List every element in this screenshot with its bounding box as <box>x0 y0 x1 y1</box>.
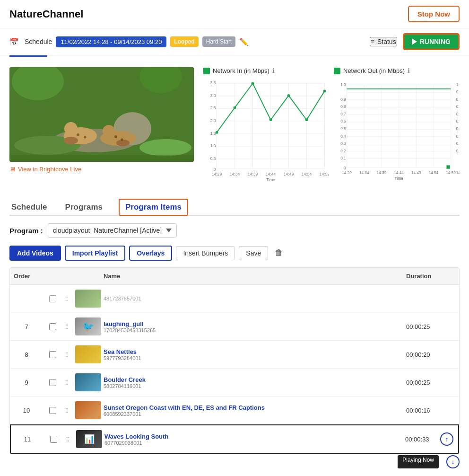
row-name-cell: Sea Nettles 5977793284001 <box>100 344 402 366</box>
looped-badge[interactable]: Looped <box>170 36 198 47</box>
svg-text:14:54: 14:54 <box>429 171 439 175</box>
save-button[interactable]: Save <box>239 246 268 260</box>
row-name-cell: Sunset Oregon Coast with EN, DE, ES and … <box>100 399 402 422</box>
item-id: 170284530458315265 <box>104 327 156 333</box>
layers-icon: ≡ <box>371 38 374 45</box>
network-out-title: Network Out (in Mbps) ℹ <box>334 67 460 74</box>
row-checkbox[interactable] <box>49 407 56 414</box>
row-drag[interactable]: :: <box>63 430 72 448</box>
insert-bumpers-button[interactable]: Insert Bumpers <box>176 246 235 260</box>
row-drag[interactable]: :: <box>62 290 71 308</box>
tab-program-items[interactable]: Program Items <box>119 199 188 216</box>
row-check[interactable] <box>43 318 62 335</box>
info-icon-in[interactable]: ℹ <box>272 67 275 74</box>
col-checkbox <box>43 268 62 284</box>
svg-text:0.4: 0.4 <box>456 127 460 131</box>
svg-text:1.0: 1.0 <box>340 83 346 87</box>
status-button[interactable]: ≡ Status <box>370 37 397 46</box>
row-drag[interactable]: :: <box>62 317 71 335</box>
view-brightcove-link[interactable]: 🖥 View in Brightcove Live <box>9 166 194 173</box>
hard-start-badge[interactable]: Hard Start <box>202 36 236 47</box>
svg-rect-15 <box>9 155 194 162</box>
network-in-svg: 0 0.5 1.0 1.5 2.0 2.5 3.0 3.5 14:29 14:3… <box>203 76 329 185</box>
row-name-cell: laughing_gull 170284530458315265 <box>100 316 402 338</box>
table-row: 8 :: Sea Nettles 5977793284001 00:00:20 <box>10 341 459 369</box>
svg-text:2.5: 2.5 <box>210 106 216 110</box>
item-name[interactable]: Sunset Oregon Coast with EN, DE, ES and … <box>104 404 265 411</box>
row-check[interactable] <box>43 346 62 363</box>
tab-schedule[interactable]: Schedule <box>9 199 49 216</box>
row-check[interactable] <box>43 291 62 307</box>
row-order: 7 <box>10 318 43 335</box>
edit-icon[interactable]: ✏️ <box>239 37 249 46</box>
toolbar-right: ≡ Status RUNNING <box>370 33 460 50</box>
svg-rect-105 <box>446 165 450 168</box>
row-checkbox[interactable] <box>49 295 56 302</box>
svg-point-53 <box>287 94 290 97</box>
table-row: :: 4817237857001 <box>10 285 459 313</box>
item-name[interactable]: Sea Nettles <box>104 348 141 355</box>
status-label: Status <box>377 38 396 45</box>
row-drag[interactable]: :: <box>62 373 71 391</box>
cheetah-image <box>9 67 194 162</box>
row-check[interactable] <box>44 431 63 448</box>
bar-chart-icon: 📊 <box>84 434 95 444</box>
move-down-button[interactable]: ↓ <box>446 455 460 468</box>
item-name[interactable]: laughing_gull <box>104 320 156 327</box>
move-up-button[interactable]: ↑ <box>440 432 453 446</box>
info-icon-out[interactable]: ℹ <box>408 67 410 74</box>
svg-text:3.5: 3.5 <box>210 80 216 85</box>
row-name-cell: Waves Looking South 6077029038001 <box>101 428 401 450</box>
date-range-badge[interactable]: 11/02/2022 14:28 - 09/14/2023 09:20 <box>56 36 166 47</box>
svg-point-10 <box>116 140 130 146</box>
item-id: 4817237857001 <box>104 296 141 301</box>
stop-button[interactable]: Stop Now <box>408 6 460 22</box>
row-duration <box>402 294 459 303</box>
svg-text:0.1: 0.1 <box>340 156 346 160</box>
row-checkbox[interactable] <box>49 323 56 330</box>
overlays-button[interactable]: Overlays <box>129 246 172 261</box>
row-order <box>10 294 43 303</box>
row-checkbox[interactable] <box>50 436 57 443</box>
tab-programs[interactable]: Programs <box>63 199 104 216</box>
row-check[interactable] <box>43 374 62 391</box>
svg-text:0: 0 <box>344 166 346 170</box>
svg-text:14:44: 14:44 <box>394 171 404 175</box>
col-order: Order <box>10 268 43 284</box>
play-icon <box>412 38 417 45</box>
svg-text:0.5: 0.5 <box>210 156 216 161</box>
row-drag[interactable]: :: <box>62 345 71 363</box>
row-drag[interactable]: :: <box>62 401 71 419</box>
svg-text:1.5: 1.5 <box>210 131 216 136</box>
svg-text:0.4: 0.4 <box>340 134 346 139</box>
import-playlist-button[interactable]: Import Playlist <box>65 246 125 261</box>
svg-point-49 <box>216 131 218 134</box>
item-name[interactable]: Waves Looking South <box>104 433 168 440</box>
program-select[interactable]: cloudplayout_NatureChannel [Active] <box>48 223 177 238</box>
svg-text:0.7: 0.7 <box>456 105 460 109</box>
svg-text:14:59: 14:59 <box>446 171 456 175</box>
item-name[interactable]: Boulder Creek <box>104 376 146 383</box>
svg-text:14:34: 14:34 <box>359 171 369 175</box>
svg-text:0.6: 0.6 <box>340 119 346 123</box>
row-checkbox[interactable] <box>49 379 56 386</box>
svg-text:0.3: 0.3 <box>456 134 460 139</box>
svg-text:0.3: 0.3 <box>340 141 346 146</box>
add-videos-button[interactable]: Add Videos <box>9 246 61 261</box>
row-duration: 00:00:16 <box>402 402 459 419</box>
header: NatureChannel Stop Now <box>0 0 469 28</box>
row-thumb: 📊 <box>72 425 101 453</box>
network-in-title: Network In (in Mbps) ℹ <box>203 67 329 74</box>
app-title: NatureChannel <box>9 8 83 20</box>
row-checkbox[interactable] <box>49 351 56 358</box>
running-button[interactable]: RUNNING <box>403 33 460 50</box>
col-duration: Duration <box>402 268 459 284</box>
delete-button[interactable]: 🗑 <box>272 245 286 261</box>
network-in-chart: Network In (in Mbps) ℹ <box>203 67 329 186</box>
svg-point-4 <box>139 139 191 156</box>
network-in-dot <box>203 68 210 74</box>
row-check[interactable] <box>43 402 62 419</box>
monitor-icon: 🖥 <box>9 166 16 173</box>
thumbnail: 📊 <box>76 430 102 448</box>
svg-text:14:54: 14:54 <box>302 172 312 176</box>
